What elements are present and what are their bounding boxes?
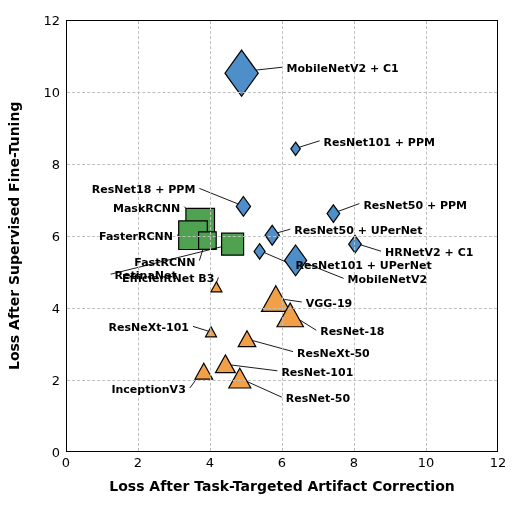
x-tick-label: 2: [134, 455, 142, 470]
diamond-marker: [236, 197, 250, 217]
grid-line: [67, 308, 497, 309]
grid-line: [67, 92, 497, 93]
leader-line: [338, 204, 359, 212]
leader-line: [111, 246, 227, 275]
x-axis-label: Loss After Task-Targeted Artifact Correc…: [66, 478, 498, 494]
scatter-chart: Loss After Supervised Fine-Tuning Loss A…: [0, 0, 516, 516]
diamond-marker: [285, 245, 307, 276]
leader-line: [278, 229, 291, 233]
x-tick-label: 12: [490, 455, 507, 470]
triangle-marker: [238, 331, 256, 347]
square-marker: [199, 232, 217, 250]
diamond-marker: [254, 244, 265, 259]
x-tick-label: 10: [418, 455, 435, 470]
leader-line: [255, 67, 282, 70]
triangle-marker: [211, 282, 222, 292]
y-tick-label: 0: [52, 445, 60, 460]
y-tick-label: 12: [43, 13, 60, 28]
grid-line: [67, 236, 497, 237]
diamond-marker: [291, 142, 301, 155]
grid-line: [67, 380, 497, 381]
leader-line: [305, 263, 344, 279]
diamond-marker: [225, 50, 258, 96]
leader-line: [199, 188, 238, 204]
leader-line: [193, 326, 208, 331]
diamond-marker: [327, 205, 340, 223]
leader-line: [246, 381, 282, 397]
x-tick-label: 0: [62, 455, 70, 470]
plot-area: MobileNetV2 + C1ResNet101 + PPMResNet18 …: [66, 20, 498, 452]
y-tick-label: 8: [52, 157, 60, 172]
y-axis-label: Loss After Supervised Fine-Tuning: [4, 20, 24, 452]
y-tick-label: 2: [52, 373, 60, 388]
leader-line: [299, 141, 319, 147]
grid-line: [67, 164, 497, 165]
y-tick-label: 4: [52, 301, 60, 316]
y-tick-label: 6: [52, 229, 60, 244]
leader-line: [284, 299, 301, 302]
x-tick-label: 6: [278, 455, 286, 470]
leader-line: [252, 340, 293, 351]
diamond-marker: [265, 225, 279, 245]
triangle-marker: [216, 355, 236, 373]
x-tick-label: 8: [350, 455, 358, 470]
y-tick-label: 10: [43, 85, 60, 100]
leader-line: [360, 245, 381, 251]
x-tick-label: 4: [206, 455, 214, 470]
